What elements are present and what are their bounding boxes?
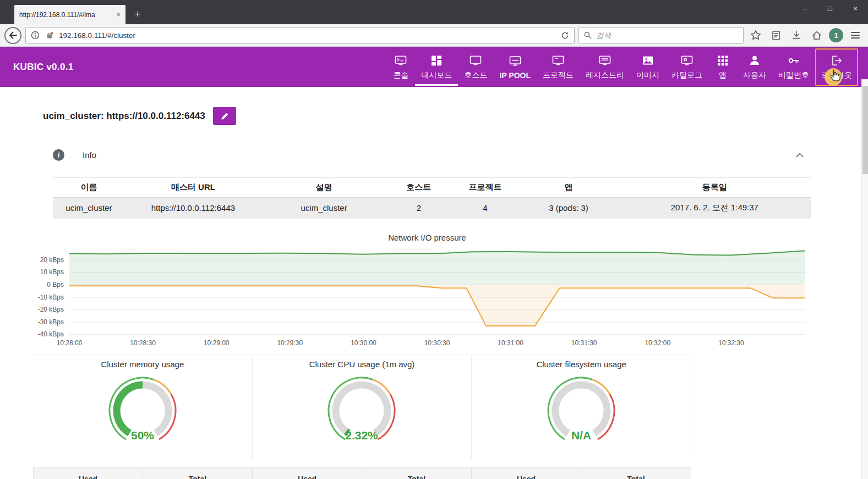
gauge-title: Cluster memory usage (33, 360, 252, 369)
tab-close-icon[interactable]: × (116, 10, 121, 19)
table-row[interactable]: ucim_cluster https://10.0.0.112:6443 uci… (53, 198, 811, 219)
x-axis-label: 10:31:00 (498, 339, 523, 347)
bookmark-star-button[interactable] (747, 27, 764, 43)
catalog-icon (680, 54, 694, 67)
nav-item-password[interactable]: 비밀번호 (772, 48, 815, 86)
new-tab-button[interactable]: + (130, 7, 145, 22)
x-axis-label: 10:32:00 (645, 339, 670, 347)
plugin-icon[interactable] (45, 30, 54, 40)
y-axis-label: -20 kBps (38, 306, 64, 313)
nav-item-host[interactable]: 호스트 (458, 48, 493, 86)
nav-item-dashboard[interactable]: 대시보드 (415, 48, 458, 86)
cluster-title: ucim_cluster: https://10.0.0.112:6443 (43, 111, 205, 122)
fs-used-header: Used (472, 467, 581, 479)
cell-apps: 3 (pods: 3) (519, 198, 618, 219)
nav-item-user[interactable]: 사용자 (737, 48, 772, 86)
col-header-name: 이름 (53, 178, 125, 198)
chart-title: Network I/O pressure (33, 233, 821, 243)
col-header-master-url: 매스터 URL (125, 178, 261, 198)
image-icon (641, 54, 654, 67)
y-axis-label: -30 kBps (38, 318, 64, 326)
nav-item-ip-pool[interactable]: IP POOL (493, 49, 537, 85)
window-controls: – □ × (792, 0, 868, 17)
search-bar[interactable] (578, 27, 744, 43)
cpu-total-header: Total (362, 467, 472, 479)
x-axis-label: 10:28:30 (130, 339, 156, 347)
search-icon (583, 31, 592, 40)
host-icon (469, 54, 482, 67)
y-axis-label: 20 kBps (40, 256, 64, 264)
y-axis-label: 10 kBps (40, 268, 64, 276)
nav-item-console[interactable]: 콘솔 (386, 48, 415, 86)
memory-used-header: Used (34, 467, 143, 479)
gauge-title: Cluster CPU usage (1m avg) (253, 360, 472, 369)
window-titlebar: http://192.168.0.111/#/ima × + – □ × (0, 0, 868, 24)
registry-icon (598, 54, 612, 67)
gauge-value-text: 2.32% (346, 429, 379, 442)
back-button[interactable] (4, 27, 21, 44)
app-header: KUBIC v0.0.1 콘솔 대시보드 호스트 IP POOL 프로젝트 레지… (0, 47, 868, 87)
gauge-value-text: 50% (131, 429, 154, 442)
gauge-memory: Cluster memory usage 50% (33, 355, 253, 459)
gauge-value-arc (117, 385, 143, 433)
browser-tab[interactable]: http://192.168.0.111/#/ima × (14, 5, 125, 24)
url-input[interactable] (59, 31, 556, 40)
cell-master-url: https://10.0.0.112:6443 (125, 198, 261, 219)
chevron-up-icon (796, 153, 804, 157)
y-axis-label: -40 kBps (38, 330, 64, 338)
user-icon (748, 54, 761, 67)
network-io-chart: Network I/O pressure 20 kBps10 kBps0 Bps… (33, 233, 821, 349)
x-axis-label: 10:30:00 (351, 339, 376, 347)
nav-item-apps[interactable]: 앱 (708, 48, 737, 86)
used-total-row: Used Total Used Total Used Total (33, 467, 691, 479)
x-axis-label: 10:32:30 (718, 339, 744, 347)
cell-registered: 2017. 6. 2. 오전 1:49:37 (618, 198, 811, 219)
home-icon (811, 30, 822, 41)
pencil-icon (220, 111, 230, 121)
info-icon: i (53, 149, 64, 161)
gauge-filesystem: Cluster filesystem usage N/A (472, 355, 691, 459)
gauge-value-text: N/A (571, 429, 591, 442)
cpu-used-header: Used (253, 467, 362, 479)
downloads-button[interactable] (788, 27, 805, 43)
x-axis-label: 10:29:00 (204, 339, 230, 347)
table-header-row: 이름 매스터 URL 설명 호스트 프로젝트 앱 등록일 (53, 178, 811, 198)
search-input[interactable] (596, 31, 739, 40)
nav-item-catalog[interactable]: 카탈로그 (665, 48, 708, 86)
download-icon (791, 30, 802, 41)
collapse-panel-button[interactable] (794, 149, 806, 161)
edit-cluster-button[interactable] (213, 107, 236, 125)
star-icon (750, 30, 761, 41)
cell-description: ucim_cluster (261, 198, 386, 219)
url-bar[interactable] (25, 27, 575, 43)
nav-item-registry[interactable]: 레지스트리 (580, 48, 630, 86)
app-brand: KUBIC v0.0.1 (13, 62, 73, 73)
cell-projects: 4 (451, 198, 519, 219)
network-out-kBps-area (69, 285, 805, 325)
apps-icon (716, 54, 729, 67)
menu-button[interactable] (847, 27, 864, 43)
page-info-icon[interactable] (30, 30, 40, 40)
notification-badge[interactable]: 1 (829, 28, 843, 42)
cpu-gauge-icon: 2.32% (320, 375, 403, 448)
gauge-title: Cluster filesystem usage (472, 360, 691, 369)
mouse-cursor (823, 65, 845, 87)
x-axis-label: 10:30:30 (424, 339, 450, 347)
main-nav: 콘솔 대시보드 호스트 IP POOL 프로젝트 레지스트리 이미지 (386, 47, 858, 87)
page-scrollbar[interactable] (861, 79, 868, 479)
bookmarks-menu-button[interactable] (768, 27, 784, 43)
console-icon (394, 54, 407, 67)
maximize-button[interactable]: □ (817, 0, 843, 17)
chart-y-axis: 20 kBps10 kBps0 Bps-10 kBps-20 kBps-30 k… (33, 249, 66, 336)
close-button[interactable]: × (843, 0, 868, 17)
reload-icon[interactable] (560, 31, 570, 40)
home-button[interactable] (809, 27, 825, 43)
nav-item-project[interactable]: 프로젝트 (537, 48, 580, 86)
nav-item-image[interactable]: 이미지 (630, 48, 665, 86)
chart-x-axis: 10:28:0010:28:3010:29:0010:29:3010:30:00… (69, 338, 805, 349)
col-header-hosts: 호스트 (386, 178, 451, 198)
network-in-kBps-area (69, 251, 805, 285)
chart-plot (69, 249, 805, 336)
scrollbar-thumb[interactable] (862, 86, 868, 174)
minimize-button[interactable]: – (792, 0, 817, 17)
